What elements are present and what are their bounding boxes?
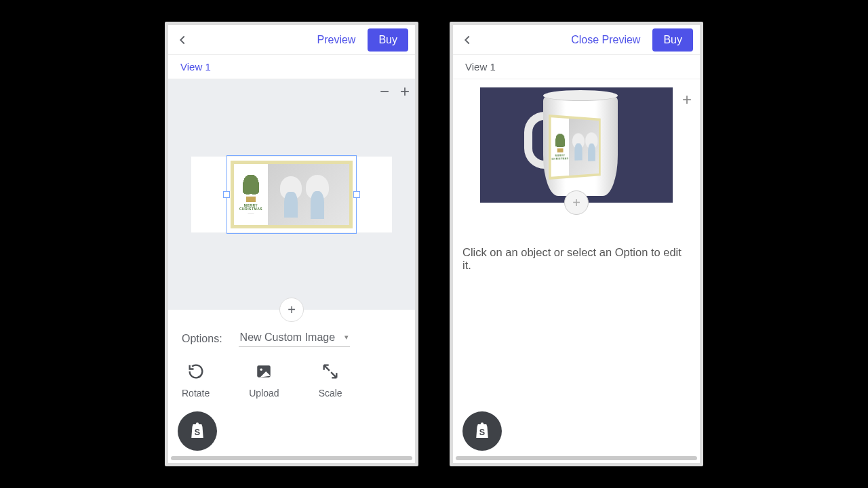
photo-area (569, 119, 599, 176)
svg-point-1 (260, 369, 262, 371)
topbar: Close Preview Buy (453, 25, 700, 55)
mug-artwork: MERRY CHRISTMAS (549, 115, 601, 180)
add-element-button[interactable]: + (564, 190, 589, 215)
svg-text:S: S (195, 428, 200, 437)
add-element-button[interactable]: + (279, 298, 304, 322)
scale-tool[interactable]: Scale (319, 362, 342, 399)
svg-text:S: S (479, 428, 485, 437)
buy-button[interactable]: Buy (368, 28, 408, 52)
view-tab[interactable]: View 1 (168, 55, 415, 79)
close-preview-button[interactable]: Close Preview (563, 30, 648, 50)
editor-panel: Preview Buy View 1 − + MERRY CHRISTMAS — (165, 22, 418, 466)
options-label: Options: (182, 333, 222, 345)
shopify-badge[interactable]: S (178, 411, 217, 451)
zoom-in-button[interactable]: + (400, 83, 410, 100)
scale-icon (321, 362, 340, 381)
zoom-controls: − + (380, 83, 410, 100)
topbar: Preview Buy (168, 25, 415, 55)
preview-hint: Click on an object or select an Option t… (453, 208, 700, 279)
resize-handle-right[interactable] (353, 191, 360, 198)
options-dropdown[interactable]: New Custom Image (239, 330, 351, 347)
buy-button[interactable]: Buy (652, 28, 693, 52)
rotate-tool[interactable]: Rotate (182, 362, 210, 399)
preview-panel: Close Preview Buy View 1 − + ME (450, 22, 703, 466)
back-icon[interactable] (175, 33, 190, 47)
mug-preview: MERRY CHRISTMAS (526, 87, 627, 203)
mug-rim (543, 90, 618, 101)
zoom-in-button[interactable]: + (682, 92, 692, 108)
preview-canvas[interactable]: MERRY CHRISTMAS + (480, 87, 673, 203)
view-tab[interactable]: View 1 (453, 55, 700, 79)
scale-label: Scale (319, 388, 342, 399)
upload-tool[interactable]: Upload (249, 362, 279, 399)
scrollbar[interactable] (171, 456, 412, 460)
selection-box[interactable] (226, 155, 357, 234)
zoom-out-button[interactable]: − (380, 83, 389, 100)
tree-icon (555, 134, 565, 150)
tools-row: Rotate Upload Scale (168, 352, 415, 408)
rotate-label: Rotate (182, 388, 210, 399)
preview-area: − + MERRY CHRISTMAS (453, 79, 700, 463)
preview-button[interactable]: Preview (309, 30, 364, 50)
greeting-text: MERRY CHRISTMAS (551, 155, 568, 161)
shopify-badge[interactable]: S (462, 411, 502, 451)
scrollbar[interactable] (456, 456, 697, 460)
pot-icon (557, 148, 564, 152)
rotate-icon (186, 362, 205, 381)
design-canvas[interactable]: − + MERRY CHRISTMAS ——— (168, 79, 415, 310)
design-surface[interactable]: MERRY CHRISTMAS ——— (191, 157, 392, 232)
upload-label: Upload (249, 388, 279, 399)
resize-handle-left[interactable] (223, 191, 230, 198)
back-icon[interactable] (460, 33, 475, 47)
image-icon (254, 362, 273, 381)
